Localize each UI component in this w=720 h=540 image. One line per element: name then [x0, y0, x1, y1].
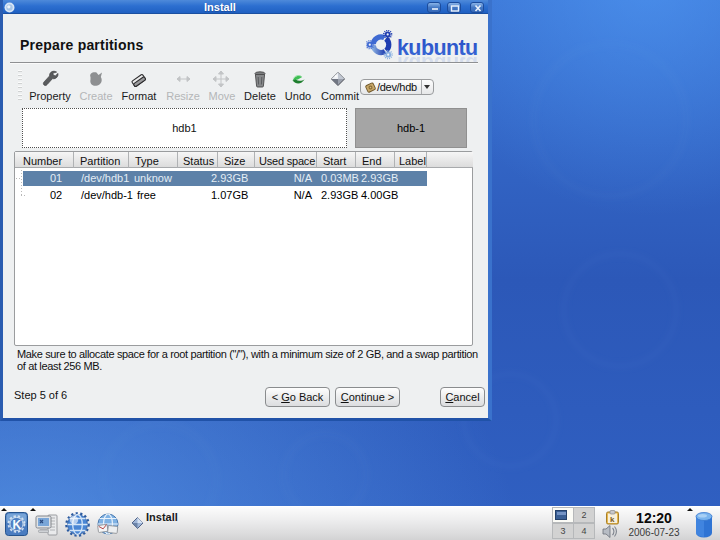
- svg-text:k: k: [610, 515, 615, 524]
- svg-text:K: K: [13, 518, 22, 532]
